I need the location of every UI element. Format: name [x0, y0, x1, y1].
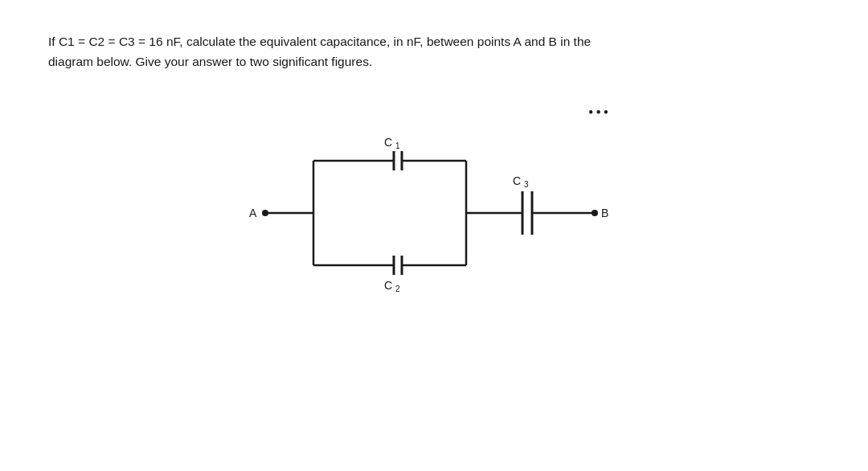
label-a: A	[249, 207, 257, 219]
question-line2: diagram below. Give your answer to two s…	[48, 55, 372, 68]
label-c3: C 3	[513, 174, 529, 189]
question-text: If C1 = C2 = C3 = 16 nF, calculate the e…	[48, 32, 772, 72]
circuit-svg: .wire { stroke: #1a1a1a; stroke-width: 2…	[209, 96, 659, 322]
point-b-dot	[592, 210, 598, 216]
question-line1: If C1 = C2 = C3 = 16 nF, calculate the e…	[48, 35, 591, 48]
circuit-diagram: ••• .wire { stroke: #1a1a1a; stroke-widt…	[209, 96, 659, 322]
label-c2: C 2	[384, 279, 400, 293]
label-b: B	[601, 207, 608, 219]
diagram-area: ••• .wire { stroke: #1a1a1a; stroke-widt…	[48, 96, 820, 322]
label-c1: C 1	[384, 136, 400, 150]
page-container: If C1 = C2 = C3 = 16 nF, calculate the e…	[0, 0, 868, 471]
dots-indicator: •••	[588, 104, 611, 121]
